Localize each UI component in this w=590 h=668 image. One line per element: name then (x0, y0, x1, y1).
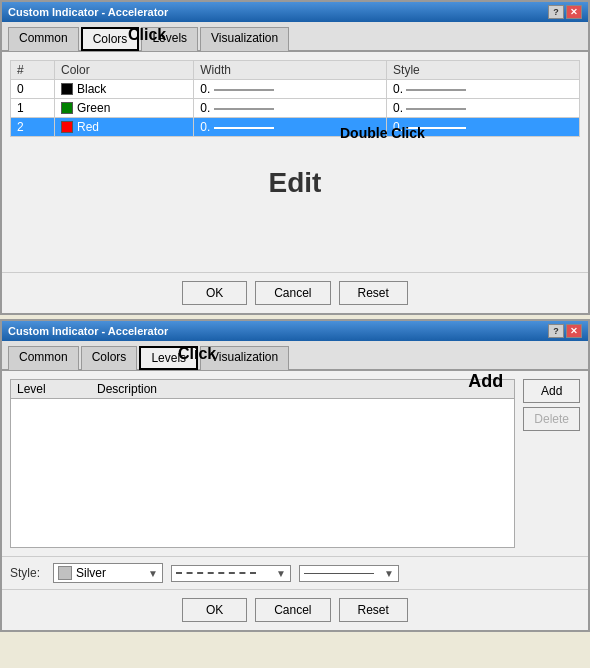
add-level-button[interactable]: Add (523, 379, 580, 403)
close-button-2[interactable]: ✕ (566, 324, 582, 338)
close-button-1[interactable]: ✕ (566, 5, 582, 19)
title-1: Custom Indicator - Accelerator (8, 6, 168, 18)
style-row: Style: Silver ▼ ▼ ▼ (2, 556, 588, 589)
add-annotation: Add (468, 371, 503, 392)
color-swatch-0 (61, 83, 73, 95)
double-click-annotation: Double Click (340, 125, 425, 141)
ok-button-2[interactable]: OK (182, 598, 247, 622)
dialog1: Custom Indicator - Accelerator ? ✕ Commo… (0, 0, 590, 315)
color-dropdown-arrow: ▼ (148, 568, 158, 579)
color-table: # Color Width Style 0 Black (10, 60, 580, 137)
delete-level-button[interactable]: Delete (523, 407, 580, 431)
reset-button-2[interactable]: Reset (339, 598, 408, 622)
width-dropdown-arrow: ▼ (384, 568, 394, 579)
row-width-1: 0. (194, 99, 387, 118)
title-bar-2: Custom Indicator - Accelerator ? ✕ (2, 321, 588, 341)
style-val-1: 0. (393, 101, 403, 115)
cancel-button-1[interactable]: Cancel (255, 281, 330, 305)
tab-common-2[interactable]: Common (8, 346, 79, 370)
color-name-0: Black (77, 82, 106, 96)
dialog2: Custom Indicator - Accelerator ? ✕ Commo… (0, 319, 590, 632)
width-style-select[interactable]: ▼ (299, 565, 399, 582)
line-preview-0 (214, 89, 274, 91)
row-num-0: 0 (11, 80, 55, 99)
table-row[interactable]: 0 Black 0. 0. (11, 80, 580, 99)
col-header-width: Width (194, 61, 387, 80)
dash-line-preview (176, 572, 256, 574)
edit-label: Edit (10, 137, 580, 229)
tabs-2: Common Colors Levels Visualization (2, 341, 588, 371)
row-style-1: 0. (387, 99, 580, 118)
dash-style-select[interactable]: ▼ (171, 565, 291, 582)
width-val-0: 0. (200, 82, 210, 96)
row-width-0: 0. (194, 80, 387, 99)
col-header-style: Style (387, 61, 580, 80)
levels-table-header: Level Description (11, 380, 514, 399)
help-button-2[interactable]: ? (548, 324, 564, 338)
style-color-select[interactable]: Silver ▼ (53, 563, 163, 583)
click-annotation-2: Click (178, 345, 216, 363)
tab-colors-2[interactable]: Colors (81, 346, 138, 370)
width-val-1: 0. (200, 101, 210, 115)
silver-swatch (58, 566, 72, 580)
row-num-2: 2 (11, 118, 55, 137)
color-name-2: Red (77, 120, 99, 134)
col-header-num: # (11, 61, 55, 80)
style-val-0: 0. (393, 82, 403, 96)
row-num-1: 1 (11, 99, 55, 118)
dash-dropdown-arrow: ▼ (276, 568, 286, 579)
footer-1: OK Cancel Reset (2, 272, 588, 313)
color-swatch-1 (61, 102, 73, 114)
title-bar-1: Custom Indicator - Accelerator ? ✕ (2, 2, 588, 22)
title-bar-buttons-1: ? ✕ (548, 5, 582, 19)
row-color-1: Green (54, 99, 193, 118)
levels-table-area: Level Description (10, 379, 515, 548)
title-bar-buttons-2: ? ✕ (548, 324, 582, 338)
col-header-color: Color (54, 61, 193, 80)
style-color-name: Silver (76, 566, 106, 580)
width-line-preview (304, 573, 374, 574)
desc-col-header: Description (97, 382, 508, 396)
tab-visualization-1[interactable]: Visualization (200, 27, 289, 51)
table-row[interactable]: 2 Red 0. 0. (11, 118, 580, 137)
line-preview-2 (214, 127, 274, 129)
content-1: # Color Width Style 0 Black (2, 52, 588, 272)
style-preview-0 (406, 89, 466, 91)
footer-2: OK Cancel Reset (2, 589, 588, 630)
style-preview-1 (406, 108, 466, 110)
row-color-0: Black (54, 80, 193, 99)
color-swatch-2 (61, 121, 73, 133)
help-button-1[interactable]: ? (548, 5, 564, 19)
tabs-1: Common Colors Levels Visualization (2, 22, 588, 52)
tab-common-1[interactable]: Common (8, 27, 79, 51)
row-color-2: Red (54, 118, 193, 137)
levels-content: Level Description Add Add Delete (2, 371, 588, 556)
row-style-0: 0. (387, 80, 580, 99)
click-annotation-1: Click (128, 26, 166, 44)
title-2: Custom Indicator - Accelerator (8, 325, 168, 337)
ok-button-1[interactable]: OK (182, 281, 247, 305)
table-row[interactable]: 1 Green 0. 0. (11, 99, 580, 118)
color-name-1: Green (77, 101, 110, 115)
width-val-2: 0. (200, 120, 210, 134)
level-col-header: Level (17, 382, 97, 396)
line-preview-1 (214, 108, 274, 110)
style-label: Style: (10, 566, 45, 580)
cancel-button-2[interactable]: Cancel (255, 598, 330, 622)
reset-button-1[interactable]: Reset (339, 281, 408, 305)
